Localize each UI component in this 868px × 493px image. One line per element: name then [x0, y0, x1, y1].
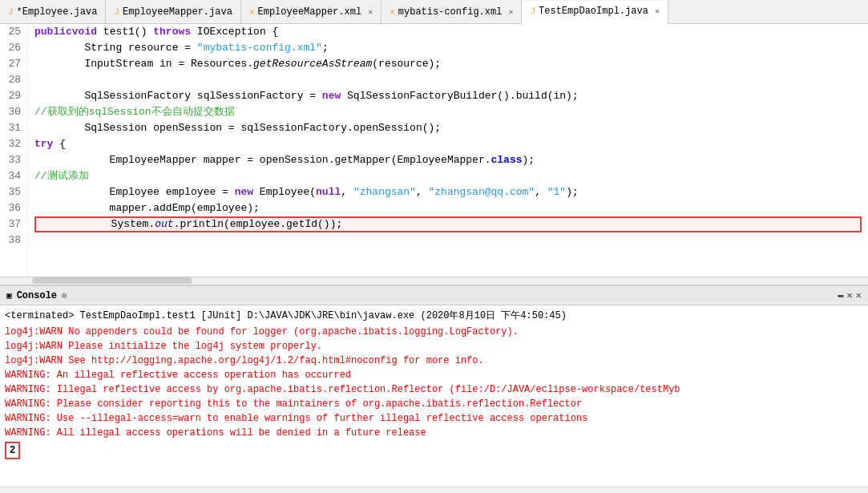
code-line-26: String resource = "mybatis-config.xml";: [34, 40, 862, 56]
line-number-34: 34: [6, 168, 21, 184]
close-console-btn[interactable]: ✕: [856, 289, 862, 301]
line-number-33: 33: [6, 152, 21, 168]
java-icon-3: J: [530, 6, 535, 16]
tab-bar: J *Employee.java J EmployeeMapper.java ✕…: [0, 0, 868, 24]
xml-icon-1: ✕: [249, 6, 255, 17]
tab-employee-mapper-java[interactable]: J EmployeeMapper.java: [106, 0, 240, 23]
maximize-btn[interactable]: ✕: [847, 289, 853, 301]
line-numbers: 2526272829303132333435363738: [0, 24, 28, 277]
log-line: log4j:WARN See http://logging.apache.org…: [5, 354, 863, 368]
console-header: ▣ Console ⊗ ▬ ✕ ✕: [0, 286, 868, 305]
code-line-35: Employee employee = new Employee(null, "…: [34, 184, 862, 200]
log-line: log4j:WARN No appenders could be found f…: [5, 325, 863, 339]
console-bottom-bar: [0, 487, 868, 493]
line-number-36: 36: [6, 200, 21, 216]
editor-scrollbar[interactable]: [0, 277, 868, 285]
tab-label-4: mybatis-config.xml: [398, 6, 503, 18]
line-number-38: 38: [6, 232, 21, 249]
code-line-32: try {: [34, 136, 862, 152]
console-result-wrapper: 2: [5, 440, 863, 459]
console-title: Console: [17, 290, 57, 301]
line-number-37: 37: [6, 216, 21, 232]
tab-close-4[interactable]: ✕: [508, 7, 513, 17]
terminated-line: <terminated> TestEmpDaoImpl.test1 [JUnit…: [5, 309, 863, 323]
tab-mybatis-config-xml[interactable]: ✕ mybatis-config.xml ✕: [382, 0, 522, 23]
line-number-32: 32: [6, 136, 21, 152]
tab-close-3[interactable]: ✕: [368, 7, 373, 17]
code-line-38: [34, 232, 862, 249]
line-number-35: 35: [6, 184, 21, 200]
log-line: WARNING: All illegal access operations w…: [5, 426, 863, 440]
line-number-29: 29: [6, 88, 21, 104]
java-icon-2: J: [114, 7, 119, 17]
code-line-34: //测试添加: [34, 168, 862, 184]
code-content[interactable]: public void test1() throws IOException {…: [28, 24, 868, 277]
tab-employee-java[interactable]: J *Employee.java: [0, 0, 106, 23]
minimize-btn[interactable]: ▬: [838, 289, 843, 301]
line-number-28: 28: [6, 72, 21, 88]
log-line: log4j:WARN Please initialize the log4j s…: [5, 339, 863, 354]
console-icon: ▣: [6, 290, 12, 301]
code-line-31: SqlSession openSession = sqlSessionFacto…: [34, 120, 862, 136]
tab-label-3: EmployeeMapper.xml: [258, 6, 362, 18]
code-line-27: InputStream in = Resources.getResourceAs…: [34, 56, 862, 72]
code-line-33: EmployeeMapper mapper = openSession.getM…: [34, 152, 862, 168]
line-number-27: 27: [6, 56, 21, 72]
line-number-25: 25: [6, 24, 21, 40]
code-line-28: [34, 72, 862, 88]
code-line-36: mapper.addEmp(employee);: [34, 200, 862, 216]
line-number-30: 30: [6, 104, 21, 120]
tab-label-5: TestEmpDaoImpl.java: [539, 6, 648, 17]
tab-label-1: *Employee.java: [17, 6, 98, 18]
console-controls: ▬ ✕ ✕: [838, 289, 862, 301]
tab-test-emp-dao-impl[interactable]: J TestEmpDaoImpl.java ✕: [522, 1, 668, 24]
line-number-26: 26: [6, 40, 21, 56]
console-area: ▣ Console ⊗ ▬ ✕ ✕ <terminated> TestEmpDa…: [0, 285, 868, 493]
code-container: 2526272829303132333435363738 public void…: [0, 24, 868, 277]
line-number-31: 31: [6, 120, 21, 136]
code-line-37: System.out.println(employee.getId());: [34, 216, 862, 232]
xml-icon-2: ✕: [390, 6, 395, 17]
console-content: <terminated> TestEmpDaoImpl.test1 [JUnit…: [0, 305, 868, 487]
code-line-25: public void test1() throws IOException {: [34, 24, 862, 40]
tab-label-2: EmployeeMapper.java: [123, 6, 232, 18]
code-line-29: SqlSessionFactory sqlSessionFactory = ne…: [34, 88, 862, 104]
log-line: WARNING: Use --illegal-access=warn to en…: [5, 411, 863, 426]
code-line-30: //获取到的sqlSession不会自动提交数据: [34, 104, 862, 120]
log-line: WARNING: Please consider reporting this …: [5, 397, 863, 411]
editor-area: 2526272829303132333435363738 public void…: [0, 24, 868, 285]
tab-close-5[interactable]: ✕: [655, 6, 660, 16]
log-line: WARNING: Illegal reflective access by or…: [5, 382, 863, 397]
log-line: WARNING: An illegal reflective access op…: [5, 368, 863, 382]
console-result: 2: [5, 442, 20, 459]
console-badge: ⊗: [62, 290, 67, 301]
tab-employee-mapper-xml[interactable]: ✕ EmployeeMapper.xml ✕: [241, 0, 382, 23]
java-icon-1: J: [8, 7, 14, 17]
